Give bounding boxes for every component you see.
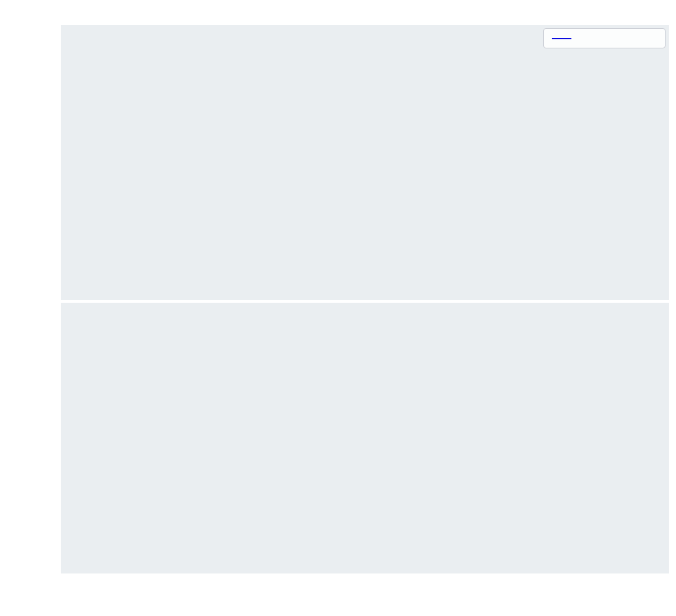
bottom-plot-area	[61, 303, 669, 573]
chart-figure	[0, 0, 676, 616]
top-plot-area	[61, 25, 669, 300]
legend-line-sample	[552, 38, 571, 39]
legend	[543, 28, 666, 48]
